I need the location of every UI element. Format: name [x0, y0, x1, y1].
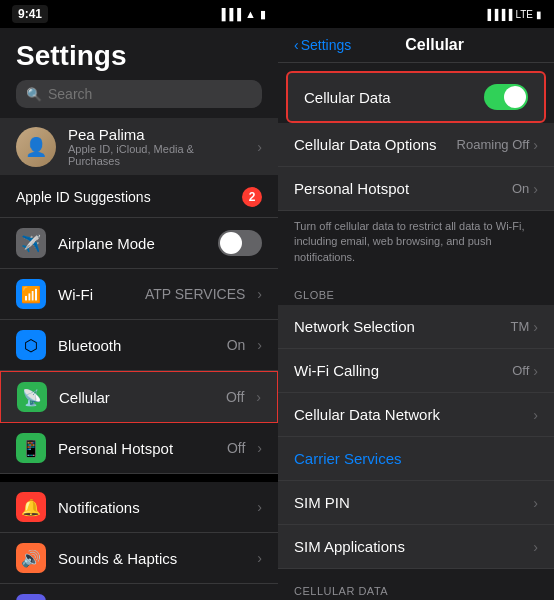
avatar: 👤	[16, 127, 56, 167]
suggestion-label: Apple ID Suggestions	[16, 189, 151, 205]
cellular-label: Cellular	[59, 389, 214, 406]
cellular-data-item[interactable]: Cellular Data	[286, 71, 546, 123]
cellular-data-options-value: Roaming Off	[457, 137, 530, 152]
lte-badge: LTE	[515, 9, 533, 20]
hotspot-value: Off	[227, 440, 245, 456]
page-title: Settings	[0, 28, 278, 80]
status-time: 9:41	[12, 5, 48, 23]
right-nav: ‹ Settings Cellular	[278, 28, 554, 63]
right-content: Cellular Data Cellular Data Options Roam…	[278, 63, 554, 600]
back-button[interactable]: ‹ Settings	[294, 37, 351, 53]
notifications-item[interactable]: 🔔 Notifications ›	[0, 482, 278, 533]
network-selection-chevron-icon: ›	[533, 319, 538, 335]
dnd-item[interactable]: 🌙 Do Not Disturb ›	[0, 584, 278, 600]
cellular-data-network-label: Cellular Data Network	[294, 406, 533, 423]
cellular-data-network-item[interactable]: Cellular Data Network ›	[278, 393, 554, 437]
search-icon: 🔍	[26, 87, 42, 102]
sim-pin-item[interactable]: SIM PIN ›	[278, 481, 554, 525]
hotspot-label: Personal Hotspot	[58, 440, 215, 457]
hotspot-icon: 📱	[16, 433, 46, 463]
cellular-data-options-label: Cellular Data Options	[294, 136, 457, 153]
right-panel: ▐▐▐▐ LTE ▮ ‹ Settings Cellular Cellular …	[278, 0, 554, 600]
cellular-info-text: Turn off cellular data to restrict all d…	[278, 211, 554, 273]
notifications-icon: 🔔	[16, 492, 46, 522]
sounds-item[interactable]: 🔊 Sounds & Haptics ›	[0, 533, 278, 584]
user-name: Pea Palima	[68, 126, 245, 143]
bluetooth-icon: ⬡	[16, 330, 46, 360]
wifi-label: Wi-Fi	[58, 286, 133, 303]
settings-list: ✈️ Airplane Mode 📶 Wi-Fi ATP SERVICES › …	[0, 218, 278, 600]
wifi-item[interactable]: 📶 Wi-Fi ATP SERVICES ›	[0, 269, 278, 320]
globe-section-header: GLOBE	[278, 273, 554, 305]
personal-hotspot-right-item[interactable]: Personal Hotspot On ›	[278, 167, 554, 211]
cellular-data-section-header: CELLULAR DATA	[278, 569, 554, 600]
cellular-data-network-chevron-icon: ›	[533, 407, 538, 423]
user-subtitle: Apple ID, iCloud, Media & Purchases	[68, 143, 245, 167]
bottom-settings-group: 🔔 Notifications › 🔊 Sounds & Haptics › 🌙…	[0, 474, 278, 600]
bluetooth-label: Bluetooth	[58, 337, 215, 354]
wifi-calling-label: Wi-Fi Calling	[294, 362, 512, 379]
right-signal-icon: ▐▐▐▐	[484, 9, 512, 20]
search-bar[interactable]: 🔍	[16, 80, 262, 108]
right-status-icons: ▐▐▐▐ LTE ▮	[484, 9, 542, 20]
battery-icon: ▮	[260, 8, 266, 21]
wifi-value: ATP SERVICES	[145, 286, 245, 302]
dnd-icon: 🌙	[16, 594, 46, 600]
main-settings-group: ✈️ Airplane Mode 📶 Wi-Fi ATP SERVICES › …	[0, 218, 278, 474]
cellular-item[interactable]: 📡 Cellular Off ›	[0, 371, 278, 423]
sim-pin-label: SIM PIN	[294, 494, 533, 511]
suggestion-badge: 2	[242, 187, 262, 207]
right-battery-icon: ▮	[536, 9, 542, 20]
sim-applications-label: SIM Applications	[294, 538, 533, 555]
nav-title: Cellular	[351, 36, 518, 54]
network-selection-value: TM	[511, 319, 530, 334]
carrier-services-label: Carrier Services	[294, 450, 402, 467]
wifi-icon-item: 📶	[16, 279, 46, 309]
network-selection-item[interactable]: Network Selection TM ›	[278, 305, 554, 349]
cellular-options-chevron-icon: ›	[533, 137, 538, 153]
notifications-chevron-icon: ›	[257, 499, 262, 515]
wifi-calling-item[interactable]: Wi-Fi Calling Off ›	[278, 349, 554, 393]
personal-hotspot-right-label: Personal Hotspot	[294, 180, 512, 197]
cellular-chevron-icon: ›	[256, 389, 261, 405]
notifications-label: Notifications	[58, 499, 245, 516]
sounds-label: Sounds & Haptics	[58, 550, 245, 567]
network-selection-label: Network Selection	[294, 318, 511, 335]
sounds-icon: 🔊	[16, 543, 46, 573]
back-label: Settings	[301, 37, 352, 53]
carrier-services-item[interactable]: Carrier Services	[278, 437, 554, 481]
back-chevron-icon: ‹	[294, 37, 299, 53]
apple-suggestions-row[interactable]: Apple ID Suggestions 2	[0, 177, 278, 218]
search-input[interactable]	[48, 86, 252, 102]
wifi-icon: ▲	[245, 8, 256, 20]
hotspot-right-chevron-icon: ›	[533, 181, 538, 197]
airplane-mode-item[interactable]: ✈️ Airplane Mode	[0, 218, 278, 269]
user-info: Pea Palima Apple ID, iCloud, Media & Pur…	[68, 126, 245, 167]
personal-hotspot-right-value: On	[512, 181, 529, 196]
left-panel: 9:41 ▐▐▐ ▲ ▮ Settings 🔍 👤 Pea Palima App…	[0, 0, 278, 600]
hotspot-chevron-icon: ›	[257, 440, 262, 456]
airplane-mode-label: Airplane Mode	[58, 235, 206, 252]
cellular-data-label: Cellular Data	[304, 89, 484, 106]
sounds-chevron-icon: ›	[257, 550, 262, 566]
sim-pin-chevron-icon: ›	[533, 495, 538, 511]
bluetooth-chevron-icon: ›	[257, 337, 262, 353]
cellular-data-toggle[interactable]	[484, 84, 528, 110]
sim-applications-item[interactable]: SIM Applications ›	[278, 525, 554, 569]
wifi-calling-chevron-icon: ›	[533, 363, 538, 379]
cellular-data-options-item[interactable]: Cellular Data Options Roaming Off ›	[278, 123, 554, 167]
wifi-calling-value: Off	[512, 363, 529, 378]
airplane-mode-icon: ✈️	[16, 228, 46, 258]
wifi-chevron-icon: ›	[257, 286, 262, 302]
bluetooth-item[interactable]: ⬡ Bluetooth On ›	[0, 320, 278, 371]
personal-hotspot-left-item[interactable]: 📱 Personal Hotspot Off ›	[0, 423, 278, 474]
left-status-bar: 9:41 ▐▐▐ ▲ ▮	[0, 0, 278, 28]
signal-icon: ▐▐▐	[218, 8, 241, 20]
airplane-mode-toggle[interactable]	[218, 230, 262, 256]
right-status-bar: ▐▐▐▐ LTE ▮	[278, 0, 554, 28]
user-chevron-icon: ›	[257, 139, 262, 155]
bluetooth-value: On	[227, 337, 246, 353]
cellular-value: Off	[226, 389, 244, 405]
cellular-icon: 📡	[17, 382, 47, 412]
user-row[interactable]: 👤 Pea Palima Apple ID, iCloud, Media & P…	[0, 118, 278, 175]
